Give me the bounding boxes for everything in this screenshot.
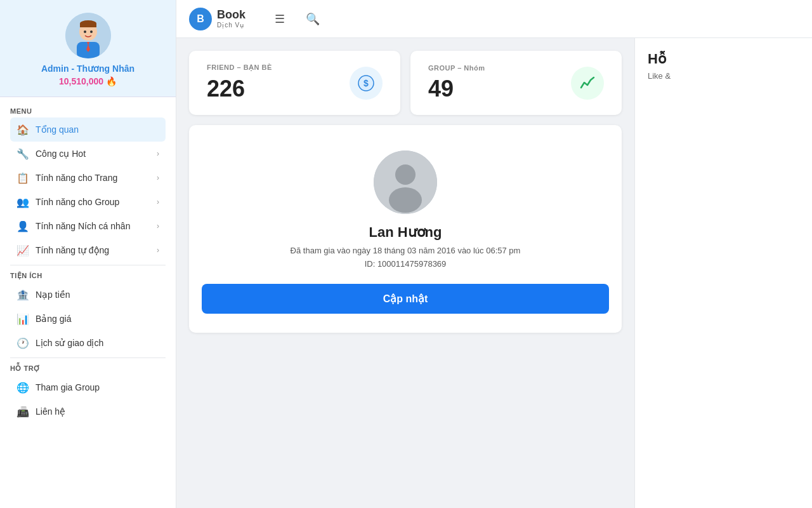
svg-rect-6: [80, 23, 96, 27]
sidebar-item-label: Bảng giá: [36, 314, 71, 324]
sidebar-item-label: Tính năng tự động: [36, 245, 109, 255]
sidebar-item-nap-tien[interactable]: 🏦 Nạp tiền: [10, 283, 166, 307]
sidebar-item-tinh-nang-nich[interactable]: 👤 Tính năng Ních cá nhân ›: [10, 214, 166, 238]
right-panel: Hỗ Like &: [634, 38, 812, 508]
logo-name: Book: [217, 9, 246, 22]
sidebar-profile: Admin - Thương Nhân 10,510,000 🔥: [0, 0, 176, 97]
main-content: FRIEND – BẠN BÈ 226 $ GROUP – Nhóm 49: [176, 38, 634, 508]
group-stat-card: GROUP – Nhóm 49: [410, 51, 622, 115]
search-button[interactable]: 🔍: [301, 8, 324, 30]
chart-icon: 📈: [16, 244, 29, 257]
menu-toggle-button[interactable]: ☰: [268, 8, 291, 30]
sidebar-item-label: Tính năng cho Group: [36, 197, 119, 207]
bank-icon: 🏦: [16, 288, 29, 301]
sidebar-item-label: Tính năng Ních cá nhân: [36, 221, 130, 231]
logo-circle: B: [189, 8, 212, 30]
friend-stat-card: FRIEND – BẠN BÈ 226 $: [189, 51, 400, 115]
wrench-icon: 🔧: [16, 147, 29, 160]
svg-point-12: [395, 164, 416, 185]
profile-card-id: ID: 100011475978369: [365, 259, 447, 269]
chevron-down-icon: ›: [157, 149, 159, 158]
group-stat-icon: [571, 67, 604, 100]
topbar: B Book Dịch Vụ ☰ 🔍: [176, 0, 812, 38]
chevron-down-icon: ›: [157, 197, 159, 206]
profile-name: Admin - Thương Nhân: [41, 64, 134, 74]
main: B Book Dịch Vụ ☰ 🔍 FRIEND – BẠN BÈ 226: [176, 0, 812, 508]
right-panel-title: Hỗ: [648, 51, 799, 67]
sidebar-item-tong-quan[interactable]: 🏠 Tổng quan: [10, 117, 166, 142]
svg-point-13: [389, 187, 422, 213]
friend-stat-icon: $: [350, 67, 383, 100]
logo-sub: Dịch Vụ: [217, 22, 246, 29]
group-stat-value: 49: [428, 76, 485, 102]
friend-stat-label: FRIEND – BẠN BÈ: [207, 64, 272, 72]
profile-card: Lan Hương Đã tham gia vào ngày 18 tháng …: [189, 125, 622, 333]
chevron-down-icon: ›: [157, 173, 159, 182]
group-icon: 👥: [16, 196, 29, 208]
content-area: FRIEND – BẠN BÈ 226 $ GROUP – Nhóm 49: [176, 38, 812, 508]
fire-icon: 🔥: [106, 76, 117, 86]
globe-icon: 🌐: [16, 381, 29, 394]
chevron-down-icon: ›: [157, 222, 159, 231]
friend-stat-value: 226: [207, 76, 272, 102]
profile-points: 10,510,000 🔥: [59, 76, 117, 86]
sidebar-item-bang-gia[interactable]: 📊 Bảng giá: [10, 307, 166, 331]
profile-card-joined: Đã tham gia vào ngày 18 tháng 03 năm 201…: [291, 246, 521, 255]
sidebar-item-lich-su[interactable]: 🕐 Lịch sử giao dịch: [10, 331, 166, 355]
sidebar-item-cong-cu-hot[interactable]: 🔧 Công cụ Hot ›: [10, 142, 166, 166]
profile-card-avatar: [374, 150, 437, 214]
sidebar-item-label: Tham gia Group: [36, 382, 100, 392]
profile-card-name: Lan Hương: [369, 224, 442, 241]
pricelist-icon: 📊: [16, 312, 29, 325]
group-stat-label: GROUP – Nhóm: [428, 64, 485, 72]
home-icon: 🏠: [16, 123, 29, 136]
chevron-down-icon: ›: [157, 246, 159, 255]
user-icon: 👤: [16, 220, 29, 232]
sidebar-item-label: Công cụ Hot: [36, 149, 86, 159]
sidebar-item-tinh-nang-group[interactable]: 👥 Tính năng cho Group ›: [10, 190, 166, 214]
avatar: [65, 13, 111, 58]
sidebar-item-label: Tính năng cho Trang: [36, 173, 117, 183]
ho-tro-title: HỖ TRỢ: [10, 361, 166, 375]
svg-point-7: [84, 30, 86, 33]
sidebar-item-label: Liên hệ: [36, 406, 65, 417]
menu-title: MENU: [10, 104, 166, 117]
sidebar-item-tinh-nang-trang[interactable]: 📋 Tính năng cho Trang ›: [10, 166, 166, 190]
right-panel-subtitle: Like &: [648, 71, 799, 81]
history-icon: 🕐: [16, 337, 29, 349]
stats-row: FRIEND – BẠN BÈ 226 $ GROUP – Nhóm 49: [189, 51, 622, 115]
update-button[interactable]: Cập nhật: [202, 284, 609, 314]
tien-ich-title: TIỆN ÍCH: [10, 268, 166, 283]
sidebar-item-label: Lịch sử giao dịch: [36, 338, 103, 348]
sidebar-item-lien-he[interactable]: 📠 Liên hệ: [10, 399, 166, 424]
svg-point-8: [90, 30, 93, 33]
sidebar-item-label: Tổng quan: [36, 124, 79, 135]
sidebar: Admin - Thương Nhân 10,510,000 🔥 MENU 🏠 …: [0, 0, 176, 508]
menu-section: MENU 🏠 Tổng quan 🔧 Công cụ Hot › 📋 Tính …: [0, 97, 176, 426]
sidebar-item-label: Nạp tiền: [36, 290, 70, 300]
contact-icon: 📠: [16, 405, 29, 418]
svg-text:$: $: [363, 78, 369, 88]
page-icon: 📋: [16, 171, 29, 184]
logo: B Book Dịch Vụ: [189, 8, 246, 30]
sidebar-item-tinh-nang-tu-dong[interactable]: 📈 Tính năng tự động ›: [10, 238, 166, 262]
sidebar-item-tham-gia-group[interactable]: 🌐 Tham gia Group: [10, 375, 166, 399]
